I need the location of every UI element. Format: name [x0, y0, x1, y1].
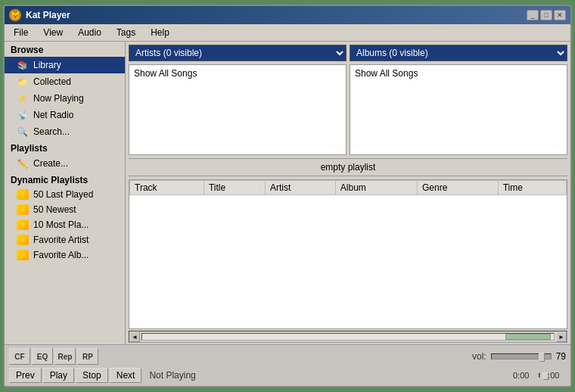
progress-row: 0:00 0:00: [513, 371, 566, 380]
main-window: 🐱 Kat Player _ □ ✕ File View Audio Tags …: [3, 5, 572, 387]
artists-dropdown-wrapper: Artists (0 visible): [129, 45, 347, 61]
minimize-button[interactable]: _: [527, 10, 539, 20]
next-button[interactable]: Next: [110, 368, 142, 383]
create-label: Create...: [33, 158, 68, 169]
mode-buttons: CF EQ Rep RP: [9, 348, 98, 365]
scroll-track[interactable]: [141, 333, 555, 341]
col-artist: Artist: [266, 181, 336, 195]
track-list[interactable]: Track Title Artist Album Genre Time: [129, 179, 567, 329]
sidebar-item-50-newest[interactable]: ⚡ 50 Newest: [5, 202, 125, 217]
volume-slider[interactable]: [491, 353, 552, 359]
now-playing-label: Now Playing: [33, 93, 84, 104]
create-icon: ✏️: [17, 157, 29, 170]
scroll-right-arrow[interactable]: ►: [556, 331, 567, 342]
sidebar-item-collected[interactable]: 📁 Collected: [5, 73, 125, 90]
right-panel: Artists (0 visible) Albums (0 visible) S…: [126, 42, 570, 344]
net-radio-icon: 📡: [17, 109, 29, 121]
menu-help[interactable]: Help: [145, 26, 176, 39]
sidebar-item-50-last-played[interactable]: ⚡ 50 Last Played: [5, 187, 125, 202]
rep-button[interactable]: Rep: [54, 348, 76, 365]
vol-value: 79: [556, 351, 566, 362]
net-radio-label: Net Radio: [33, 110, 73, 120]
dynamic-icon-1: ⚡: [17, 189, 29, 200]
albums-dropdown-wrapper: Albums (0 visible): [350, 45, 567, 61]
library-label: Library: [33, 60, 61, 70]
artists-show-all[interactable]: Show All Songs: [131, 67, 344, 80]
dynamic-icon-3: ⚡: [17, 219, 29, 230]
menubar: File View Audio Tags Help: [5, 24, 570, 42]
progress-bar[interactable]: [539, 373, 540, 378]
play-button[interactable]: Play: [43, 368, 74, 383]
albums-dropdown[interactable]: Albums (0 visible): [350, 45, 567, 61]
sidebar-item-favorite-artist[interactable]: ⚡ Favorite Artist: [5, 232, 125, 247]
eq-button[interactable]: EQ: [32, 348, 53, 365]
menu-audio[interactable]: Audio: [72, 26, 107, 39]
favorite-album-label: Favorite Alb...: [33, 250, 89, 260]
prev-button[interactable]: Prev: [9, 368, 42, 383]
sidebar-item-search[interactable]: 🔍 Search...: [5, 123, 125, 140]
collected-icon: 📁: [17, 76, 29, 88]
main-content: Browse 📚 Library 📁 Collected ⚡ Now Playi…: [5, 42, 570, 344]
titlebar-buttons: _ □ ✕: [527, 10, 566, 20]
50-last-played-label: 50 Last Played: [33, 189, 93, 200]
sidebar-item-now-playing[interactable]: ⚡ Now Playing: [5, 90, 125, 107]
menu-tags[interactable]: Tags: [110, 26, 141, 39]
rp-button[interactable]: RP: [77, 348, 98, 365]
sidebar: Browse 📚 Library 📁 Collected ⚡ Now Playi…: [5, 42, 126, 344]
now-playing-icon: ⚡: [17, 92, 29, 104]
collected-label: Collected: [33, 76, 71, 87]
search-label: Search...: [33, 126, 70, 137]
browse-area: Show All Songs Show All Songs: [126, 64, 570, 155]
app-icon: 🐱: [9, 9, 21, 21]
titlebar: 🐱 Kat Player _ □ ✕: [5, 6, 570, 24]
favorite-artist-label: Favorite Artist: [33, 235, 89, 245]
sidebar-item-10-most-played[interactable]: ⚡ 10 Most Pla...: [5, 217, 125, 232]
horizontal-scrollbar[interactable]: ◄ ►: [129, 331, 567, 343]
browse-header: Browse: [5, 42, 125, 57]
transport-row2: Prev Play Stop Next Not Playing 0:00 0:0…: [9, 368, 566, 383]
titlebar-left: 🐱 Kat Player: [9, 9, 70, 21]
col-track: Track: [130, 181, 204, 195]
search-icon: 🔍: [17, 126, 29, 138]
library-icon: 📚: [17, 59, 29, 71]
playback-buttons: Prev Play Stop Next: [9, 368, 141, 383]
now-playing-status: Not Playing: [141, 370, 513, 381]
50-newest-label: 50 Newest: [33, 204, 76, 215]
sidebar-item-net-radio[interactable]: 📡 Net Radio: [5, 107, 125, 123]
cf-button[interactable]: CF: [9, 348, 30, 365]
albums-show-all[interactable]: Show All Songs: [352, 67, 565, 80]
dynamic-icon-5: ⚡: [17, 250, 29, 260]
col-album: Album: [335, 181, 417, 195]
playlists-header: Playlists: [5, 140, 125, 155]
sidebar-item-favorite-album[interactable]: ⚡ Favorite Alb...: [5, 247, 125, 263]
10-most-played-label: 10 Most Pla...: [33, 219, 89, 230]
artists-dropdown[interactable]: Artists (0 visible): [129, 45, 347, 61]
playlist-status: empty playlist: [129, 158, 567, 176]
menu-file[interactable]: File: [8, 26, 34, 39]
artists-list[interactable]: Show All Songs: [129, 64, 347, 155]
col-time: Time: [498, 181, 566, 195]
bottom-controls: CF EQ Rep RP vol: 79 Prev Play Stop Next…: [5, 344, 570, 386]
albums-list[interactable]: Show All Songs: [350, 64, 567, 155]
col-title: Title: [204, 181, 265, 195]
sidebar-scroll[interactable]: Browse 📚 Library 📁 Collected ⚡ Now Playi…: [5, 42, 125, 344]
volume-thumb[interactable]: [539, 353, 545, 362]
window-title: Kat Player: [26, 10, 70, 20]
sidebar-item-library[interactable]: 📚 Library: [5, 57, 125, 73]
menu-view[interactable]: View: [37, 26, 69, 39]
progress-thumb[interactable]: [542, 372, 549, 380]
maximize-button[interactable]: □: [540, 10, 552, 20]
dynamic-icon-2: ⚡: [17, 204, 29, 215]
scroll-left-arrow[interactable]: ◄: [129, 331, 140, 342]
vol-label: vol:: [472, 351, 486, 362]
time-start: 0:00: [513, 371, 536, 380]
close-button[interactable]: ✕: [554, 10, 566, 20]
sidebar-item-create[interactable]: ✏️ Create...: [5, 155, 125, 172]
table-header-row: Track Title Artist Album Genre Time: [130, 181, 567, 195]
dynamic-icon-4: ⚡: [17, 235, 29, 245]
top-dropdowns: Artists (0 visible) Albums (0 visible): [126, 42, 570, 64]
stop-button[interactable]: Stop: [76, 368, 108, 383]
dynamic-playlists-header: Dynamic Playlists: [5, 172, 125, 187]
transport-right: vol: 79: [472, 351, 566, 362]
scroll-thumb[interactable]: [505, 334, 551, 340]
